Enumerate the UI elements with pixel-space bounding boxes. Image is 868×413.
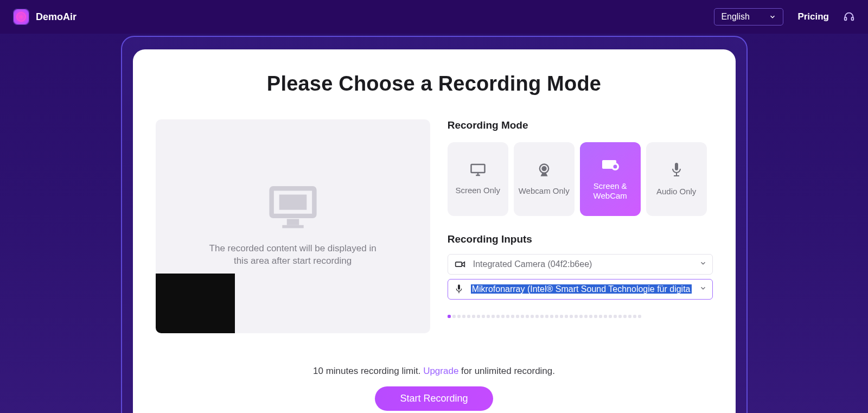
recording-inputs-label: Recording Inputs (448, 233, 713, 245)
main-frame: Please Choose a Recording Mode The recor… (121, 34, 748, 413)
meter-segment (609, 315, 612, 318)
meter-segment (511, 315, 514, 318)
meter-segment (492, 315, 495, 318)
camera-select[interactable]: Integrated Camera (04f2:b6ee) (448, 254, 713, 275)
meter-segment (599, 315, 602, 318)
mode-grid: Screen Only Webcam Only Screen & WebCam (448, 142, 713, 216)
recording-limit-text: 10 minutes recording limit. Upgrade for … (313, 366, 555, 377)
meter-segment (531, 315, 534, 318)
meter-segment (501, 315, 505, 318)
meter-segment (628, 315, 631, 318)
camera-value: Integrated Camera (04f2:b6ee) (473, 259, 692, 269)
meter-segment (623, 315, 627, 318)
camera-icon (455, 260, 465, 269)
microphone-select[interactable]: Mikrofonarray (Intel® Smart Sound Techno… (448, 279, 713, 300)
meter-segment (452, 315, 456, 318)
meter-segment (550, 315, 553, 318)
meter-segment (614, 315, 617, 318)
meter-segment (472, 315, 475, 318)
pricing-link[interactable]: Pricing (797, 11, 829, 22)
meter-segment (570, 315, 573, 318)
card: Please Choose a Recording Mode The recor… (133, 49, 736, 413)
mode-screen-only[interactable]: Screen Only (448, 142, 508, 216)
mode-label: Audio Only (656, 187, 696, 196)
svg-rect-6 (471, 164, 484, 173)
brand[interactable]: DemoAir (13, 9, 76, 25)
limit-prefix: 10 minutes recording limit. (313, 366, 423, 376)
webcam-thumbnail (156, 274, 235, 333)
content-row: The recorded content will be displayed i… (156, 119, 713, 333)
meter-segment (604, 315, 607, 318)
monitor-icon (470, 163, 486, 177)
recording-preview: The recorded content will be displayed i… (156, 119, 430, 333)
microphone-icon (670, 162, 683, 178)
svg-point-10 (542, 167, 546, 170)
meter-segment (589, 315, 592, 318)
meter-segment (482, 315, 485, 318)
page-title: Please Choose a Recording Mode (156, 72, 713, 96)
preview-placeholder-text: The recorded content will be displayed i… (209, 243, 376, 268)
svg-rect-17 (455, 262, 462, 266)
support-headset-icon[interactable] (843, 11, 855, 23)
meter-segment (462, 315, 465, 318)
meter-segment (487, 315, 490, 318)
microphone-value: Mikrofonarray (Intel® Smart Sound Techno… (471, 284, 692, 294)
monitor-placeholder-icon (269, 185, 317, 231)
chevron-down-icon (699, 259, 707, 269)
meter-segment (565, 315, 568, 318)
meter-segment (633, 315, 636, 318)
mode-label: Screen Only (455, 186, 500, 195)
start-recording-button[interactable]: Start Recording (375, 386, 493, 411)
meter-segment (618, 315, 622, 318)
meter-segment (555, 315, 558, 318)
meter-segment (457, 315, 461, 318)
meter-segment (545, 315, 548, 318)
card-border: Please Choose a Recording Mode The recor… (121, 36, 748, 413)
recording-mode-label: Recording Mode (448, 119, 713, 131)
webcam-icon (537, 162, 552, 177)
mode-webcam-only[interactable]: Webcam Only (514, 142, 575, 216)
card-footer: 10 minutes recording limit. Upgrade for … (133, 366, 736, 411)
mode-label: Screen & WebCam (584, 181, 636, 201)
meter-segment (467, 315, 470, 318)
meter-segment (584, 315, 588, 318)
svg-rect-4 (286, 219, 299, 225)
svg-rect-5 (282, 225, 303, 228)
svg-point-13 (613, 165, 617, 169)
meter-segment (496, 315, 500, 318)
brand-name: DemoAir (36, 11, 76, 23)
microphone-icon (455, 284, 463, 295)
meter-segment (526, 315, 529, 318)
svg-rect-3 (279, 195, 307, 210)
mode-audio-only[interactable]: Audio Only (646, 142, 707, 216)
app-header: DemoAir English Pricing (0, 0, 868, 34)
language-value: English (721, 12, 749, 22)
meter-segment (540, 315, 544, 318)
meter-segment (521, 315, 524, 318)
mode-label: Webcam Only (519, 186, 570, 196)
header-right: English Pricing (714, 8, 855, 26)
audio-level-meter (448, 315, 713, 318)
upgrade-link[interactable]: Upgrade (423, 366, 458, 376)
chevron-down-icon (699, 284, 707, 294)
meter-segment (477, 315, 480, 318)
meter-segment (506, 315, 509, 318)
meter-segment (516, 315, 519, 318)
meter-segment (560, 315, 563, 318)
svg-rect-18 (458, 284, 460, 289)
meter-segment (579, 315, 583, 318)
meter-segment (638, 315, 641, 318)
mode-screen-webcam[interactable]: Screen & WebCam (580, 142, 641, 216)
chevron-down-icon (769, 13, 776, 21)
meter-segment (535, 315, 539, 318)
meter-segment (448, 315, 451, 318)
brand-logo-icon (13, 9, 29, 25)
svg-rect-1 (852, 17, 854, 20)
screen-webcam-icon (601, 157, 620, 173)
language-select[interactable]: English (714, 8, 783, 26)
preview-line2: this area after start recording (234, 256, 352, 266)
limit-suffix: for unlimited recording. (458, 366, 555, 376)
svg-rect-0 (845, 17, 847, 20)
settings-column: Recording Mode Screen Only Webcam Only (448, 119, 713, 333)
meter-segment (594, 315, 597, 318)
